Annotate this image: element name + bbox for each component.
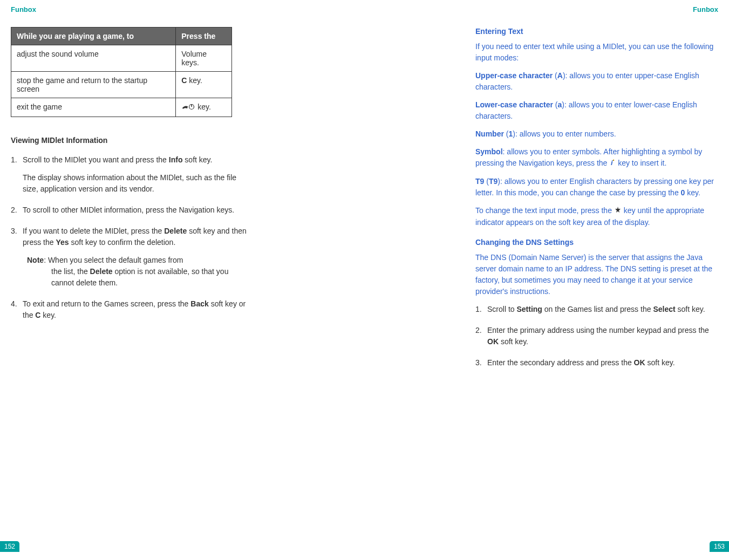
table-cell: adjust the sound volume [11,45,176,72]
svg-text:i: i [611,159,613,166]
mode-uppercase: Upper-case character (A): allows you to … [475,70,718,93]
star-icon [614,206,622,217]
midlet-steps-list: Scroll to the MIDlet you want and press … [11,154,248,321]
table-row: stop the game and return to the startup … [11,72,232,98]
note-block: Note: When you select the default games … [23,255,248,289]
table-cell: exit the game [11,98,176,117]
list-item: Enter the secondary address and press th… [475,357,718,368]
list-item: Scroll to Setting on the Games list and … [475,304,718,315]
list-item: To exit and return to the Games screen, … [11,298,248,321]
mode-t9: T9 (T9): allows you to enter English cha… [475,176,718,199]
mode-symbol: Symbol: allows you to enter symbols. Aft… [475,146,718,169]
mode-lowercase: Lower-case character (a): allows you to … [475,99,718,122]
page-number-left: 152 [0,541,19,552]
dns-intro-paragraph: The DNS (Domain Name Server) is the serv… [475,252,718,297]
sub-paragraph: The display shows information about the … [23,172,248,195]
game-controls-table: While you are playing a game, to Press t… [11,27,232,117]
list-item: To scroll to other MIDlet information, p… [11,204,248,216]
i-icon: i [609,158,616,169]
svg-point-3 [613,160,614,161]
list-item: Scroll to the MIDlet you want and press … [11,154,248,195]
list-item: Enter the primary address using the numb… [475,325,718,347]
page-header-right: Funbox [389,5,719,13]
intro-paragraph: If you need to enter text while using a … [475,41,718,64]
section-title-entering-text: Entering Text [475,27,718,36]
dns-steps-list: Scroll to Setting on the Games list and … [475,304,718,368]
list-item: If you want to delete the MIDlet, press … [11,226,248,289]
change-mode-paragraph: To change the text input mode, press the… [475,205,718,228]
page-number-right: 153 [710,541,729,552]
section-title-midlet-info: Viewing MIDlet Information [11,136,248,145]
phone-power-icon [181,103,195,112]
page-header-left: Funbox [11,5,340,13]
mode-number: Number (1): allows you to enter numbers. [475,128,718,140]
table-header-col2: Press the [176,28,232,45]
table-row: adjust the sound volume Volume keys. [11,45,232,72]
table-cell: C key. [176,72,232,98]
table-row: exit the game key. [11,98,232,117]
table-cell: key. [176,98,232,117]
table-cell: stop the game and return to the startup … [11,72,176,98]
table-header-col1: While you are playing a game, to [11,28,176,45]
table-cell: Volume keys. [176,45,232,72]
section-title-dns: Changing the DNS Settings [475,238,718,247]
